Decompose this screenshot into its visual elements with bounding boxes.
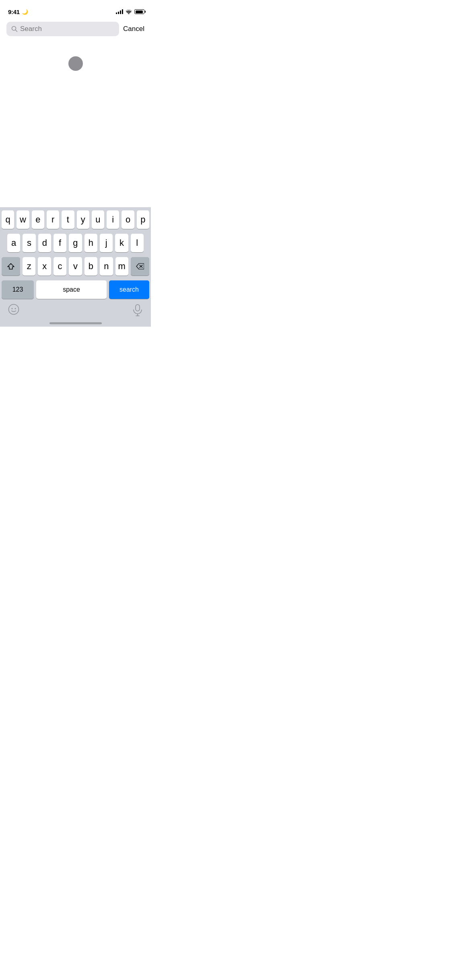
key-r[interactable]: r bbox=[47, 210, 59, 229]
svg-point-6 bbox=[15, 308, 16, 309]
key-n[interactable]: n bbox=[100, 257, 113, 276]
shift-key[interactable] bbox=[2, 257, 20, 276]
signal-icon bbox=[116, 9, 123, 14]
numbers-key[interactable]: 123 bbox=[2, 280, 34, 299]
space-key[interactable]: space bbox=[36, 280, 107, 299]
search-bar-container: Cancel bbox=[0, 18, 151, 40]
battery-icon bbox=[134, 9, 144, 14]
status-bar: 9:41 🌙 bbox=[0, 0, 151, 18]
home-indicator bbox=[0, 322, 151, 327]
key-h[interactable]: h bbox=[84, 234, 97, 252]
key-g[interactable]: g bbox=[69, 234, 82, 252]
search-icon bbox=[11, 26, 18, 32]
search-input-wrapper[interactable] bbox=[6, 22, 119, 36]
status-icons bbox=[116, 9, 144, 14]
svg-line-1 bbox=[16, 30, 17, 32]
key-z[interactable]: z bbox=[23, 257, 35, 276]
moon-icon: 🌙 bbox=[22, 9, 28, 15]
svg-rect-7 bbox=[136, 305, 140, 311]
key-o[interactable]: o bbox=[121, 210, 134, 229]
keyboard-row-2: a s d f g h j k l bbox=[0, 234, 151, 252]
svg-point-5 bbox=[12, 308, 13, 309]
key-a[interactable]: a bbox=[7, 234, 20, 252]
key-b[interactable]: b bbox=[84, 257, 97, 276]
key-v[interactable]: v bbox=[69, 257, 82, 276]
keyboard-row-4: 123 space search bbox=[0, 280, 151, 299]
wifi-icon bbox=[126, 9, 132, 14]
microphone-button[interactable] bbox=[131, 303, 144, 319]
key-t[interactable]: t bbox=[62, 210, 74, 229]
key-k[interactable]: k bbox=[115, 234, 128, 252]
key-c[interactable]: c bbox=[54, 257, 66, 276]
search-action-key[interactable]: search bbox=[109, 280, 149, 299]
key-i[interactable]: i bbox=[107, 210, 119, 229]
cancel-button[interactable]: Cancel bbox=[123, 25, 144, 33]
keyboard-extras-row bbox=[0, 301, 151, 322]
key-e[interactable]: e bbox=[32, 210, 44, 229]
key-w[interactable]: w bbox=[16, 210, 29, 229]
search-input[interactable] bbox=[20, 25, 114, 33]
key-q[interactable]: q bbox=[2, 210, 14, 229]
key-m[interactable]: m bbox=[115, 257, 128, 276]
key-f[interactable]: f bbox=[54, 234, 66, 252]
key-u[interactable]: u bbox=[92, 210, 104, 229]
keyboard-row-3: z x c v b n m bbox=[0, 257, 151, 276]
key-d[interactable]: d bbox=[38, 234, 51, 252]
loading-spinner bbox=[68, 56, 83, 71]
key-x[interactable]: x bbox=[38, 257, 51, 276]
key-p[interactable]: p bbox=[137, 210, 149, 229]
main-content bbox=[0, 40, 151, 189]
key-y[interactable]: y bbox=[77, 210, 89, 229]
status-time: 9:41 bbox=[8, 8, 20, 15]
key-j[interactable]: j bbox=[100, 234, 113, 252]
svg-point-4 bbox=[9, 305, 19, 315]
keyboard-row-1: q w e r t y u i o p bbox=[0, 210, 151, 229]
home-indicator-bar bbox=[49, 322, 102, 324]
key-s[interactable]: s bbox=[23, 234, 35, 252]
delete-key[interactable] bbox=[131, 257, 149, 276]
keyboard: q w e r t y u i o p a s d f g h j k l z … bbox=[0, 207, 151, 327]
emoji-button[interactable] bbox=[6, 302, 21, 319]
key-l[interactable]: l bbox=[131, 234, 144, 252]
